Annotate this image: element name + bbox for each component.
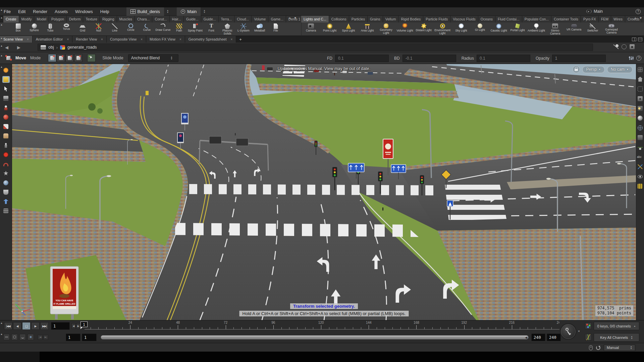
viewport-tool-button[interactable] [2, 161, 10, 167]
viewport-tool-button[interactable] [2, 189, 10, 195]
shelf-tool[interactable]: Grid [74, 22, 91, 36]
shelf-tool[interactable]: Geometry Light [377, 22, 395, 36]
menu-item[interactable]: Windows [71, 7, 97, 16]
shelf-tab[interactable]: Create [3, 16, 19, 22]
pane-splitter-caret[interactable]: ▲ [0, 66, 3, 68]
transport-button[interactable]: ▶ [31, 322, 40, 330]
shelf-tab[interactable]: Texture [83, 16, 100, 22]
shelf-tab[interactable]: Lights and C... [301, 16, 329, 22]
range-start2-field[interactable]: 1 [82, 334, 97, 341]
viewport-tool-button[interactable] [2, 207, 10, 214]
shelf-tab[interactable]: Collisions [329, 16, 349, 22]
shelf-tool[interactable]: Platonic Solids [219, 22, 235, 36]
channels-icon[interactable] [585, 334, 592, 341]
select-edges-button[interactable] [65, 54, 74, 62]
shelf-tab[interactable]: Viscous Fluids [450, 16, 478, 22]
shelf-tool[interactable]: Environment Light [433, 22, 452, 36]
keyframes-icon[interactable] [585, 322, 592, 329]
transport-button[interactable]: ◀ [13, 322, 21, 330]
pane-tab-close-icon[interactable]: × [179, 38, 181, 41]
blend-spinner[interactable] [170, 56, 172, 60]
shelf-tool[interactable]: Circle [123, 22, 139, 36]
key-all-channels-button[interactable]: Key All Channels [594, 333, 639, 342]
shelf-tool[interactable]: Metaball [252, 22, 268, 36]
shelf-tab[interactable]: Oceans [478, 16, 495, 22]
shelf-tool[interactable]: Caustic Light [489, 22, 508, 36]
pane-tab[interactable]: Composite View × [107, 36, 146, 43]
display-option-button[interactable] [637, 173, 644, 180]
pane-splitter-caret[interactable]: ▲ [0, 322, 3, 324]
display-option-button[interactable] [637, 115, 644, 121]
network-path-field[interactable]: obj generate_roads [38, 44, 593, 51]
shelf-tab[interactable]: Polygon [49, 16, 67, 22]
pane-maximize-icon[interactable] [638, 38, 642, 41]
pane-tab[interactable]: Geometry Spreadsheet × [185, 36, 236, 43]
pane-tab[interactable]: Scene View × [0, 36, 33, 43]
select-points-button[interactable] [57, 54, 65, 62]
pane-splitter-caret[interactable]: ▲ [0, 45, 3, 47]
shelf-tab[interactable]: Const... [152, 16, 169, 22]
viewport-tool-button[interactable] [2, 104, 10, 111]
display-option-button[interactable] [637, 85, 644, 92]
nav-forward-button[interactable]: ▶ [15, 44, 23, 50]
shelf-add-button[interactable]: + [633, 16, 638, 20]
pane-tab-close-icon[interactable]: × [27, 38, 29, 41]
camera-menu[interactable]: No cam▼ [607, 66, 633, 73]
shelf-tab[interactable]: FEM [599, 16, 611, 22]
menu-item[interactable]: Help [97, 7, 113, 16]
set-key-button[interactable] [561, 324, 576, 339]
select-prims-button[interactable] [74, 54, 83, 62]
viewport-tool-button[interactable] [2, 114, 10, 120]
shelf-tool[interactable]: Null [91, 22, 107, 36]
shelf-tool[interactable]: File [268, 22, 284, 36]
pane-splitter-caret[interactable]: ▲ [0, 37, 3, 39]
transport-button[interactable]: ▶▶| [40, 322, 49, 330]
shelf-tab[interactable]: Guide... [201, 16, 219, 22]
shelf-tab[interactable]: Fluid Contai... [495, 16, 522, 22]
shelf-tool[interactable]: Curve [139, 22, 155, 36]
shelf-tab[interactable]: Model [34, 16, 49, 22]
audio-scrub-icon[interactable] [19, 334, 26, 340]
shelf-tool[interactable]: Volume Light [395, 22, 414, 36]
scene-3d-render[interactable]: YOU CAN HAVE IT FLAME GRILLED [12, 64, 636, 320]
display-option-button[interactable] [637, 144, 644, 150]
shelf-tab[interactable]: Rigid Bodies [398, 16, 423, 22]
shelf-tab[interactable]: Pyro FX [581, 16, 599, 22]
pane-tab[interactable]: Animation Editor × [33, 36, 73, 43]
shelf-tab[interactable]: Wires [611, 16, 625, 22]
realtime-toggle-icon[interactable] [11, 334, 18, 340]
step-back-button[interactable]: ◀ [71, 323, 76, 329]
viewport-tool-button[interactable] [2, 85, 10, 92]
playhead-marker[interactable]: 1 [80, 321, 88, 327]
transport-button[interactable]: □ [22, 322, 31, 330]
viewport-tool-button[interactable] [2, 132, 10, 139]
shelf-tool[interactable]: Ambient Light [527, 22, 546, 36]
parameter-input[interactable]: 1 [552, 55, 606, 62]
menu-item[interactable]: Render [29, 7, 51, 16]
tool-help-icon[interactable]: ? [636, 56, 641, 61]
select-objects-button[interactable] [48, 54, 56, 62]
scene-spinner[interactable] [203, 9, 205, 13]
update-mode-spinner[interactable] [630, 346, 632, 350]
range-end2-field[interactable]: 240 [547, 334, 561, 341]
display-option-button[interactable] [637, 95, 644, 102]
viewport-tool-button[interactable] [2, 179, 10, 186]
viewport-tool-button[interactable] [2, 151, 10, 158]
pane-tab[interactable]: Motion FX View × [146, 36, 185, 43]
pane-splitter-caret[interactable]: ▲ [0, 9, 3, 11]
range-end-field[interactable]: 240 [531, 334, 545, 341]
shelf-tab[interactable]: Container Tools [551, 16, 581, 22]
shelf-tool[interactable]: VR Camera [565, 22, 583, 36]
pane-splitter-caret[interactable]: ▲ [0, 54, 3, 57]
move-tool-icon[interactable] [5, 55, 12, 61]
shelf-tool[interactable]: Font [203, 22, 219, 36]
viewport-tool-button[interactable] [2, 170, 10, 177]
view-lock-icon[interactable] [573, 66, 580, 73]
pane-tab-close-icon[interactable]: × [141, 38, 143, 41]
pane-splitter-caret[interactable]: ▲ [0, 333, 3, 335]
viewport-tool-button[interactable] [2, 142, 10, 148]
current-frame-field[interactable]: 1 [51, 322, 70, 330]
snapshot-camera-icon[interactable] [630, 44, 635, 49]
display-option-button[interactable] [637, 124, 644, 131]
shelf-tool[interactable]: Spot Light [339, 22, 358, 36]
